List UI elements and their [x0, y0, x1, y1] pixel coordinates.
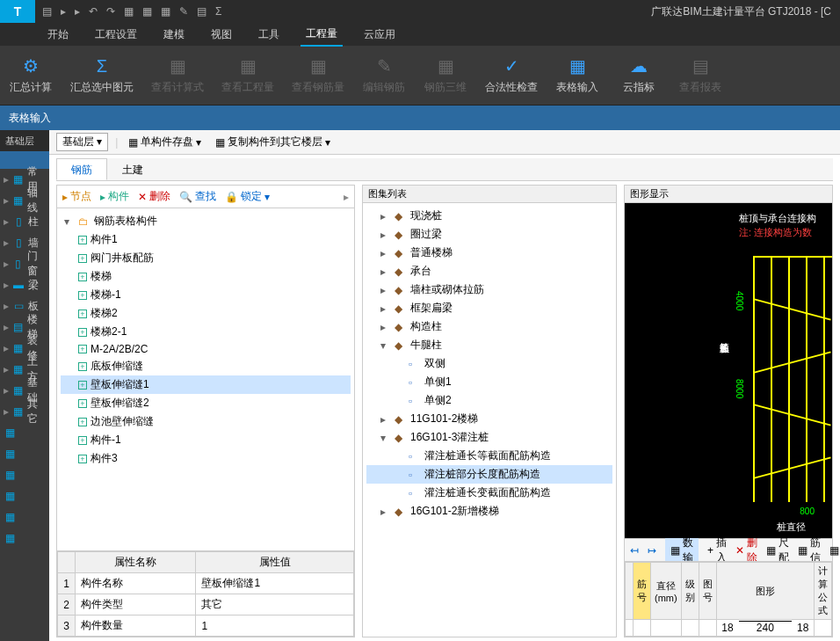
leftrail-item[interactable]: ▸▦其它 — [0, 401, 49, 422]
qat-open-icon[interactable]: ▸ — [61, 5, 66, 18]
ribbon-sum-sel[interactable]: Σ汇总选中图元 — [70, 55, 134, 95]
ribbon-validate[interactable]: ✓合法性检查 — [485, 55, 538, 95]
graphic-panel: 图形显示 桩顶与承台连接构 注: 连接构造为数 4000 8000 — [624, 185, 833, 637]
atlas-tree[interactable]: ▸◆现浇桩▸◆圈过梁▸◆普通楼梯▸◆承台▸◆墙柱或砌体拉筋▸◆框架扁梁▸◆构造柱… — [363, 203, 616, 637]
menu-quantity[interactable]: 工程量 — [301, 23, 343, 47]
tree-item[interactable]: +壁板伸缩缝1 — [61, 375, 351, 394]
node-button[interactable]: ▸ 节点 — [62, 189, 91, 204]
atlas-item[interactable]: ▾◆16G101-3灌注桩 — [366, 428, 612, 447]
property-row[interactable]: 1构件名称壁板伸缩缝1 — [58, 573, 354, 594]
ribbon-view-qty[interactable]: ▦查看工程量 — [221, 55, 274, 95]
atlas-item[interactable]: ▸◆圈过梁 — [366, 225, 612, 244]
qat-icon[interactable]: ▦ — [161, 5, 170, 18]
tree-item[interactable]: +M-2A/2B/2C — [61, 341, 351, 357]
tree-item[interactable]: +边池壁伸缩缝 — [61, 412, 351, 431]
copy-component-button[interactable]: ▦ 复制构件到其它楼层 ▾ — [212, 133, 334, 151]
property-row[interactable]: 2构件类型其它 — [58, 594, 354, 616]
ribbon-sum-calc[interactable]: ⚙汇总计算 — [9, 55, 53, 95]
qat-icon[interactable]: ✎ — [179, 5, 188, 18]
tree-item[interactable]: +楼梯2 — [61, 304, 351, 323]
leftrail-item[interactable]: ▸▦轴线 — [0, 190, 49, 211]
menu-project[interactable]: 工程设置 — [90, 24, 142, 46]
plus-icon: + — [78, 455, 87, 463]
qat-open2-icon[interactable]: ▸ — [75, 5, 80, 18]
tree-item[interactable]: +底板伸缩缝 — [61, 357, 351, 375]
tree-item[interactable]: +楼梯 — [61, 267, 351, 286]
main-area: 基础层 ▾ | ▦ 单构件存盘 ▾ ▦ 复制构件到其它楼层 ▾ 钢筋 土建 ▸ … — [49, 130, 840, 641]
leftrail-tool[interactable]: ▦ — [0, 464, 49, 485]
atlas-item[interactable]: ▫灌注桩通长等截面配筋构造 — [366, 447, 612, 465]
drawing-canvas[interactable]: 桩顶与承台连接构 注: 连接构造为数 4000 8000 800 — [625, 203, 832, 538]
ribbon-view-calc[interactable]: ▦查看计算式 — [151, 55, 204, 95]
qat-icon[interactable]: ▦ — [124, 5, 134, 18]
tab-rebar[interactable]: 钢筋 — [56, 158, 107, 180]
ribbon-report[interactable]: ▤查看报表 — [678, 55, 722, 95]
qat-icon[interactable]: ▤ — [197, 5, 206, 18]
nav-icon[interactable]: ↦ — [648, 544, 656, 557]
atlas-item[interactable]: ▸◆普通楼梯 — [366, 244, 612, 262]
atlas-item[interactable]: ▫双侧 — [366, 354, 612, 373]
page-icon: ▫ — [409, 395, 421, 407]
menu-model[interactable]: 建模 — [158, 24, 190, 46]
atlas-item[interactable]: ▫灌注桩部分长度配筋构造 — [366, 465, 612, 484]
lock-button[interactable]: 🔒 锁定 ▾ — [225, 189, 270, 204]
ribbon-view-rebar[interactable]: ▦查看钢筋量 — [292, 55, 344, 95]
header-title: 表格输入 — [9, 111, 51, 126]
property-row[interactable]: 3构件数量1 — [58, 616, 354, 637]
floor-select[interactable]: 基础层 ▾ — [56, 133, 108, 151]
component-tree[interactable]: ▾🗀 钢筋表格构件 +构件1+阀门井板配筋+楼梯+楼梯-1+楼梯2+楼梯2-1+… — [57, 208, 354, 550]
component-button[interactable]: ▸ 构件 — [100, 189, 129, 204]
qat-icon[interactable]: ▦ — [142, 5, 152, 18]
leftrail-tool[interactable]: ▦ — [0, 528, 49, 549]
menu-tool[interactable]: 工具 — [253, 24, 285, 46]
plus-icon: + — [78, 362, 87, 371]
delete-button[interactable]: ✕ 删除 — [138, 189, 170, 204]
tree-item[interactable]: +构件1 — [61, 230, 351, 249]
save-component-button[interactable]: ▦ 单构件存盘 ▾ — [125, 133, 205, 151]
leftrail-tool[interactable]: ▦ — [0, 506, 49, 528]
leftrail-header: 基础层 — [0, 130, 49, 151]
book-icon: ◆ — [395, 266, 407, 278]
tree-item[interactable]: +构件3 — [61, 449, 351, 468]
ribbon-table-input[interactable]: ▦表格输入 — [555, 55, 599, 95]
atlas-item[interactable]: ▾◆牛腿柱 — [366, 336, 612, 354]
menu-start[interactable]: 开始 — [42, 24, 74, 46]
qat-save-icon[interactable]: ▤ — [42, 5, 52, 18]
tree-item[interactable]: +楼梯2-1 — [61, 323, 351, 341]
tree-root[interactable]: ▾🗀 钢筋表格构件 — [61, 212, 351, 230]
plus-icon: + — [78, 273, 87, 281]
atlas-item[interactable]: ▸◆墙柱或砌体拉筋 — [366, 280, 612, 299]
qat-icon[interactable]: Σ — [215, 5, 221, 18]
ribbon-rebar-3d[interactable]: ▦钢筋三维 — [424, 55, 467, 95]
nav-icon[interactable]: ↤ — [630, 544, 639, 557]
atlas-item[interactable]: ▫灌注桩通长变截面配筋构造 — [366, 484, 612, 502]
atlas-item[interactable]: ▸◆现浇桩 — [366, 207, 612, 225]
ribbon: ⚙汇总计算 Σ汇总选中图元 ▦查看计算式 ▦查看工程量 ▦查看钢筋量 ✎编辑钢筋… — [0, 46, 840, 106]
qat-redo-icon[interactable]: ↷ — [106, 5, 115, 18]
check-icon: ✓ — [504, 55, 519, 76]
atlas-item[interactable]: ▸◆11G101-2楼梯 — [366, 410, 612, 428]
atlas-item[interactable]: ▸◆构造柱 — [366, 317, 612, 336]
atlas-item[interactable]: ▸◆承台 — [366, 262, 612, 280]
left-rail: 基础层 ▸▦常用▸▦轴线▸▯柱▸▯墙▸▯门窗▸▬梁▸▭板▸▤楼梯▸▦装修▸▦土方… — [0, 130, 49, 641]
tree-item[interactable]: +楼梯-1 — [61, 286, 351, 304]
leftrail-tool[interactable]: ▦ — [0, 485, 49, 506]
atlas-item[interactable]: ▫单侧1 — [366, 373, 612, 391]
tab-civil[interactable]: 土建 — [107, 158, 158, 180]
ribbon-edit-rebar[interactable]: ✎编辑钢筋 — [362, 55, 406, 95]
find-button[interactable]: 🔍 查找 — [179, 189, 216, 204]
menu-view[interactable]: 视图 — [206, 24, 237, 46]
tree-item[interactable]: +构件-1 — [61, 431, 351, 449]
atlas-item[interactable]: ▸◆框架扁梁 — [366, 299, 612, 317]
atlas-item[interactable]: ▸◆16G101-2新增楼梯 — [366, 502, 612, 521]
app-logo: T — [0, 0, 35, 23]
leftrail-tool[interactable]: ▦ — [0, 443, 49, 464]
tree-item[interactable]: +阀门井板配筋 — [61, 249, 351, 267]
menu-cloud[interactable]: 云应用 — [358, 24, 401, 46]
atlas-item[interactable]: ▫单侧2 — [366, 391, 612, 410]
rebar-grid[interactable]: 筋号 直径(mm) 级别 图号 图形 计算公式 18 240 18 — [625, 561, 832, 637]
qat-undo-icon[interactable]: ↶ — [89, 5, 98, 18]
ribbon-cloud[interactable]: ☁云指标 — [617, 55, 661, 95]
tree-item[interactable]: +壁板伸缩缝2 — [61, 394, 351, 412]
leftrail-item[interactable]: ▸▯门窗 — [0, 253, 49, 274]
